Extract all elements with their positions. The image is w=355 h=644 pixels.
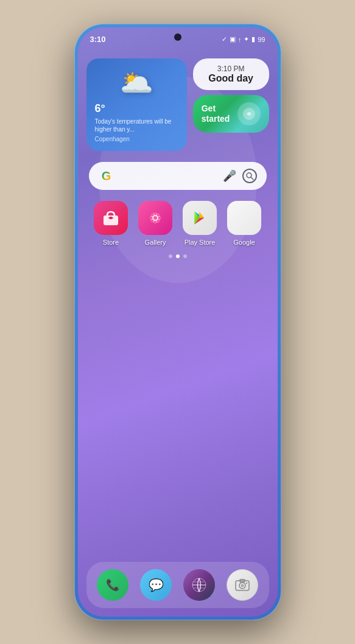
battery-level: 99 xyxy=(258,36,265,43)
status-time: 3:10 xyxy=(90,35,106,44)
google-g-letter: G xyxy=(102,169,111,183)
get-started-widget[interactable]: Get started xyxy=(193,95,269,133)
phone-screen: 3:10 ✓ ▣ ↑ ✦ ▮ 99 🌥️ 6° Today's temperat… xyxy=(78,27,278,617)
search-right-icons: 🎤 xyxy=(223,169,257,183)
svg-rect-5 xyxy=(110,217,112,219)
time-widget[interactable]: 3:10 PM Good day xyxy=(193,58,269,90)
page-indicators xyxy=(86,254,269,258)
svg-point-15 xyxy=(153,216,157,220)
get-started-text: Get started xyxy=(202,103,230,124)
lens-icon[interactable] xyxy=(242,169,257,183)
dock-browser-icon[interactable] xyxy=(183,569,215,601)
dock-messages-icon[interactable]: 💬 xyxy=(140,569,172,601)
weather-cloud-icon: 🌥️ xyxy=(95,67,178,99)
page-dot-3[interactable] xyxy=(183,254,187,258)
app-grid: Store xyxy=(89,201,267,246)
app-item-playstore[interactable]: Play Store xyxy=(183,201,217,246)
svg-point-13 xyxy=(151,220,154,223)
playstore-icon xyxy=(183,201,217,235)
dock: 📞 💬 xyxy=(86,562,269,608)
widgets-row: 🌥️ 6° Today's temperatures will be highe… xyxy=(86,58,269,151)
weather-widget[interactable]: 🌥️ 6° Today's temperatures will be highe… xyxy=(86,58,187,151)
app-item-gallery[interactable]: Gallery xyxy=(138,201,172,246)
notification-icon: ✓ xyxy=(222,35,227,43)
screen-content: 🌥️ 6° Today's temperatures will be highe… xyxy=(78,47,278,556)
time-widget-time: 3:10 PM xyxy=(203,65,259,73)
svg-point-10 xyxy=(158,217,161,220)
svg-line-2 xyxy=(251,177,253,180)
google-label: Google xyxy=(233,239,255,246)
svg-point-26 xyxy=(246,583,247,584)
store-label: Store xyxy=(103,239,119,246)
page-dot-1[interactable] xyxy=(169,254,172,258)
page-dot-2[interactable] xyxy=(176,254,180,258)
app-item-google[interactable]: Google xyxy=(227,201,261,246)
weather-description: Today's temperatures will be higher than… xyxy=(95,117,178,133)
google-icon xyxy=(227,201,261,235)
svg-point-8 xyxy=(154,221,157,224)
battery-icon: ▮ xyxy=(251,35,255,43)
dock-camera-icon[interactable] xyxy=(227,569,258,601)
signal-icon: ↑ xyxy=(238,36,242,43)
microphone-icon[interactable]: 🎤 xyxy=(223,169,236,183)
svg-point-9 xyxy=(150,217,153,220)
get-started-icon xyxy=(237,102,261,125)
search-bar[interactable]: G 🎤 xyxy=(89,162,267,190)
svg-text:📞: 📞 xyxy=(106,578,120,592)
camera-notch xyxy=(174,33,181,41)
weather-city: Copenhagen xyxy=(95,136,178,142)
svg-text:💬: 💬 xyxy=(149,578,164,592)
google-logo: G xyxy=(99,168,114,184)
time-widget-greeting: Good day xyxy=(203,73,259,84)
store-icon xyxy=(94,201,128,235)
svg-point-14 xyxy=(157,220,160,223)
phone-outer: 3:10 ✓ ▣ ↑ ✦ ▮ 99 🌥️ 6° Today's temperat… xyxy=(74,24,281,620)
right-widgets: 3:10 PM Good day Get started xyxy=(193,58,269,133)
app-item-store[interactable]: Store xyxy=(94,201,128,246)
svg-point-12 xyxy=(157,214,160,217)
svg-point-24 xyxy=(241,584,244,587)
svg-point-11 xyxy=(151,214,154,217)
playstore-label: Play Store xyxy=(185,239,216,246)
bluetooth-icon: ✦ xyxy=(244,35,249,43)
gallery-icon xyxy=(138,201,172,235)
status-icons: ✓ ▣ ↑ ✦ ▮ 99 xyxy=(222,35,265,43)
weather-temperature: 6° xyxy=(95,102,178,115)
gallery-label: Gallery xyxy=(145,239,166,246)
svg-point-7 xyxy=(154,212,157,215)
dock-phone-icon[interactable]: 📞 xyxy=(97,569,128,601)
wifi-icon: ▣ xyxy=(230,35,236,43)
